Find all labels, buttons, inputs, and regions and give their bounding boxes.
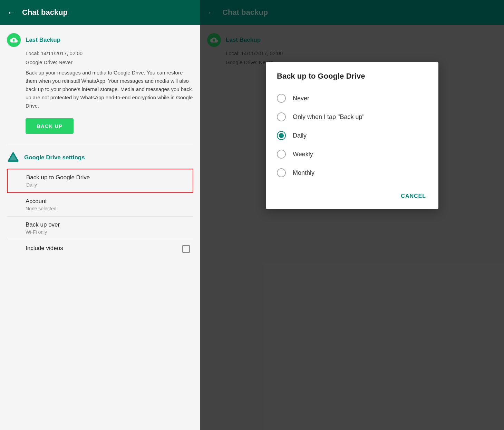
- option-on-tap[interactable]: Only when I tap "Back up": [277, 108, 427, 126]
- drive-settings-title: Google Drive settings: [24, 154, 85, 161]
- left-page-title: Chat backup: [22, 8, 68, 17]
- dialog-actions: CANCEL: [277, 188, 427, 202]
- option-monthly[interactable]: Monthly: [277, 163, 427, 182]
- option-on-tap-label: Only when I tap "Back up": [293, 113, 365, 121]
- dialog-title: Back up to Google Drive: [277, 72, 427, 81]
- option-weekly-label: Weekly: [293, 151, 313, 158]
- backup-description: Back up your messages and media to Googl…: [26, 69, 193, 110]
- backup-to-drive-label: Back up to Google Drive: [26, 174, 189, 181]
- include-videos-setting[interactable]: Include videos: [7, 240, 193, 258]
- radio-weekly[interactable]: [277, 150, 286, 159]
- upload-cloud-icon: [7, 33, 21, 47]
- backup-over-label: Back up over: [26, 221, 193, 228]
- backup-local-info: Local: 14/11/2017, 02:00 Google Drive: N…: [26, 49, 193, 67]
- radio-on-tap[interactable]: [277, 112, 286, 121]
- include-videos-checkbox[interactable]: [182, 245, 190, 253]
- google-drive-icon: [7, 151, 19, 164]
- option-monthly-label: Monthly: [293, 169, 314, 177]
- last-backup-header: Last Backup: [7, 33, 193, 47]
- radio-never[interactable]: [277, 94, 286, 103]
- dialog-overlay: Back up to Google Drive Never Only when …: [200, 0, 504, 430]
- backup-to-drive-value: Daily: [26, 182, 189, 188]
- last-backup-title: Last Backup: [26, 37, 60, 43]
- include-videos-label: Include videos: [26, 245, 63, 252]
- left-back-arrow[interactable]: ←: [7, 7, 16, 18]
- left-content: Last Backup Local: 14/11/2017, 02:00 Goo…: [0, 25, 200, 430]
- radio-daily[interactable]: [277, 131, 286, 140]
- option-daily[interactable]: Daily: [277, 126, 427, 145]
- option-daily-label: Daily: [293, 132, 307, 139]
- left-top-bar: ← Chat backup: [0, 0, 200, 25]
- account-setting[interactable]: Account None selected: [7, 193, 193, 217]
- option-weekly[interactable]: Weekly: [277, 145, 427, 163]
- option-never[interactable]: Never: [277, 89, 427, 108]
- backup-over-setting[interactable]: Back up over Wi-Fi only: [7, 217, 193, 240]
- backup-button[interactable]: BACK UP: [26, 118, 74, 134]
- drive-settings-header: Google Drive settings: [7, 151, 193, 164]
- radio-monthly[interactable]: [277, 168, 286, 177]
- backup-frequency-dialog: Back up to Google Drive Never Only when …: [266, 62, 438, 209]
- right-panel: ← Chat backup Last Backup Local: 14/11/2…: [200, 0, 504, 430]
- option-never-label: Never: [293, 95, 309, 102]
- backup-over-value: Wi-Fi only: [26, 229, 193, 235]
- cancel-button[interactable]: CANCEL: [399, 190, 427, 202]
- backup-to-drive-setting[interactable]: Back up to Google Drive Daily: [7, 169, 193, 193]
- left-panel: ← Chat backup Last Backup Local: 14/11/2…: [0, 0, 200, 430]
- account-label: Account: [26, 198, 193, 205]
- account-value: None selected: [26, 206, 193, 211]
